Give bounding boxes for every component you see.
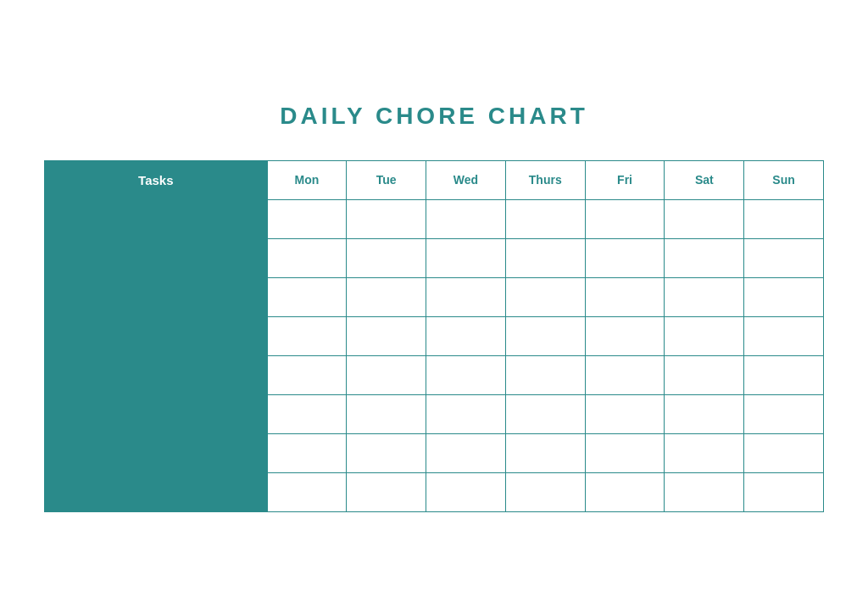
table-row <box>45 433 824 472</box>
header-day-mon: Mon <box>267 160 347 199</box>
header-day-fri: Fri <box>585 160 665 199</box>
day-cell-2-tue[interactable] <box>347 238 426 277</box>
chore-chart-table: Tasks Mon Tue Wed Thurs Fri Sat Sun <box>44 160 824 512</box>
table-row <box>45 355 824 394</box>
day-cell-5-fri[interactable] <box>585 355 665 394</box>
day-cell-3-mon[interactable] <box>267 277 347 316</box>
day-cell-3-fri[interactable] <box>585 277 665 316</box>
table-row <box>45 394 824 433</box>
day-cell-1-fri[interactable] <box>585 199 665 238</box>
day-cell-8-sat[interactable] <box>665 472 744 511</box>
day-cell-2-mon[interactable] <box>267 238 347 277</box>
day-cell-2-fri[interactable] <box>585 238 665 277</box>
task-cell-6 <box>45 394 268 433</box>
task-cell-8 <box>45 472 268 511</box>
day-cell-8-tue[interactable] <box>347 472 426 511</box>
table-row <box>45 238 824 277</box>
header-tasks: Tasks <box>45 160 268 199</box>
day-cell-2-wed[interactable] <box>426 238 506 277</box>
task-cell-2 <box>45 238 268 277</box>
day-cell-1-wed[interactable] <box>426 199 506 238</box>
header-day-sun: Sun <box>744 160 824 199</box>
header-day-thurs: Thurs <box>505 160 585 199</box>
day-cell-7-sat[interactable] <box>665 433 744 472</box>
day-cell-8-thurs[interactable] <box>505 472 585 511</box>
day-cell-5-tue[interactable] <box>347 355 426 394</box>
task-cell-5 <box>45 355 268 394</box>
header-day-wed: Wed <box>426 160 506 199</box>
table-row <box>45 277 824 316</box>
day-cell-2-thurs[interactable] <box>505 238 585 277</box>
day-cell-6-fri[interactable] <box>585 394 665 433</box>
day-cell-4-tue[interactable] <box>347 316 426 355</box>
day-cell-8-sun[interactable] <box>744 472 824 511</box>
table-row <box>45 316 824 355</box>
chart-title: DAILY CHORE CHART <box>44 103 824 130</box>
task-cell-3 <box>45 277 268 316</box>
day-cell-8-wed[interactable] <box>426 472 506 511</box>
day-cell-4-mon[interactable] <box>267 316 347 355</box>
day-cell-5-sun[interactable] <box>744 355 824 394</box>
task-cell-7 <box>45 433 268 472</box>
day-cell-6-wed[interactable] <box>426 394 506 433</box>
header-day-tue: Tue <box>347 160 426 199</box>
day-cell-7-fri[interactable] <box>585 433 665 472</box>
day-cell-5-thurs[interactable] <box>505 355 585 394</box>
day-cell-2-sun[interactable] <box>744 238 824 277</box>
day-cell-4-fri[interactable] <box>585 316 665 355</box>
day-cell-4-sat[interactable] <box>665 316 744 355</box>
day-cell-7-wed[interactable] <box>426 433 506 472</box>
task-cell-1 <box>45 199 268 238</box>
day-cell-4-wed[interactable] <box>426 316 506 355</box>
header-day-sat: Sat <box>665 160 744 199</box>
day-cell-3-sat[interactable] <box>665 277 744 316</box>
day-cell-1-mon[interactable] <box>267 199 347 238</box>
day-cell-7-tue[interactable] <box>347 433 426 472</box>
day-cell-8-mon[interactable] <box>267 472 347 511</box>
day-cell-4-thurs[interactable] <box>505 316 585 355</box>
day-cell-7-mon[interactable] <box>267 433 347 472</box>
page-container: DAILY CHORE CHART Tasks Mon Tue Wed Thur… <box>27 69 841 546</box>
day-cell-1-thurs[interactable] <box>505 199 585 238</box>
day-cell-6-sat[interactable] <box>665 394 744 433</box>
day-cell-3-tue[interactable] <box>347 277 426 316</box>
task-cell-4 <box>45 316 268 355</box>
table-row <box>45 199 824 238</box>
day-cell-7-thurs[interactable] <box>505 433 585 472</box>
day-cell-4-sun[interactable] <box>744 316 824 355</box>
day-cell-5-mon[interactable] <box>267 355 347 394</box>
day-cell-2-sat[interactable] <box>665 238 744 277</box>
day-cell-5-sat[interactable] <box>665 355 744 394</box>
day-cell-6-mon[interactable] <box>267 394 347 433</box>
table-row <box>45 472 824 511</box>
day-cell-7-sun[interactable] <box>744 433 824 472</box>
day-cell-8-fri[interactable] <box>585 472 665 511</box>
day-cell-3-wed[interactable] <box>426 277 506 316</box>
day-cell-6-thurs[interactable] <box>505 394 585 433</box>
day-cell-1-sat[interactable] <box>665 199 744 238</box>
day-cell-1-tue[interactable] <box>347 199 426 238</box>
day-cell-3-sun[interactable] <box>744 277 824 316</box>
day-cell-3-thurs[interactable] <box>505 277 585 316</box>
day-cell-6-tue[interactable] <box>347 394 426 433</box>
header-row: Tasks Mon Tue Wed Thurs Fri Sat Sun <box>45 160 824 199</box>
day-cell-5-wed[interactable] <box>426 355 506 394</box>
day-cell-6-sun[interactable] <box>744 394 824 433</box>
day-cell-1-sun[interactable] <box>744 199 824 238</box>
